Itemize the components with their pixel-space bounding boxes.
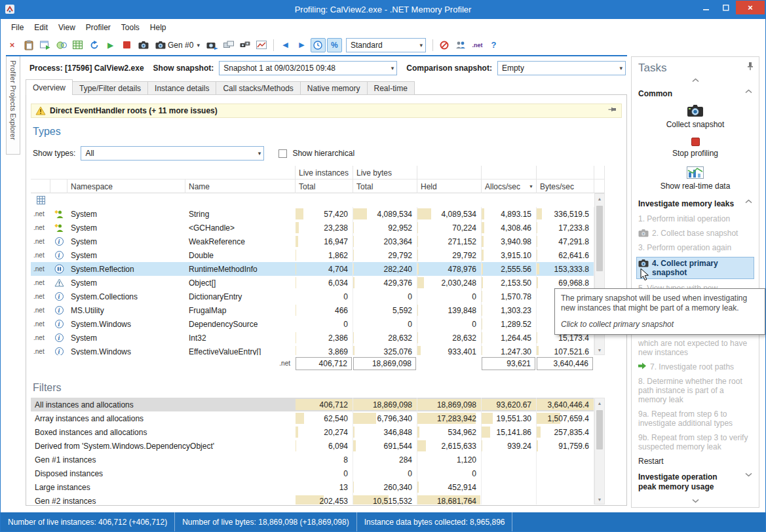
import-table-button[interactable]: [70, 38, 85, 52]
dotnet-button[interactable]: .net: [470, 38, 485, 52]
task-item-restart[interactable]: Restart: [638, 457, 752, 466]
types-row[interactable]: .netSystem<GCHandle>23,23892,95270,2244,…: [31, 221, 594, 235]
types-row[interactable]: .netSystem.ReflectionRuntimeMethodInfo4,…: [31, 262, 594, 276]
menu-profiler[interactable]: Profiler: [81, 21, 116, 34]
types-row[interactable]: .netiSystem.WindowsDependencySource0001,…: [31, 317, 594, 331]
task-item-collect-snapshot[interactable]: Collect snapshot: [638, 104, 752, 129]
column-header-namespace[interactable]: Namespace: [67, 180, 185, 193]
tab-overview[interactable]: Overview: [26, 79, 73, 95]
session-timer-button[interactable]: [311, 38, 326, 52]
show-hierarchical-checkbox[interactable]: [278, 149, 287, 158]
value-cell: 4,704: [296, 262, 353, 276]
tasks-scroll-up[interactable]: [632, 75, 759, 83]
profiler-projects-explorer-tab[interactable]: Profiler Projects Explorer: [6, 56, 20, 155]
back-button[interactable]: ◀: [278, 38, 293, 52]
types-row[interactable]: .netSystemObject[]6,034429,3762,030,2482…: [31, 276, 594, 290]
column-header-total[interactable]: Total: [296, 180, 353, 193]
vertical-scrollbar[interactable]: ▲▼: [594, 398, 605, 504]
forward-button[interactable]: ▶: [294, 38, 309, 52]
task-item-stop-profiling[interactable]: Stop profiling: [638, 138, 752, 158]
section-header-common[interactable]: Common: [638, 89, 752, 99]
pin-icon[interactable]: [746, 62, 754, 71]
filter-row[interactable]: Boxed instances and allocations20,274346…: [31, 425, 594, 439]
tasks-scroll-down[interactable]: [632, 499, 759, 503]
start-profiling-button[interactable]: ▶: [103, 38, 118, 52]
show-types-select[interactable]: All ▾: [81, 146, 264, 161]
filter-row[interactable]: Derived from 'System.Windows.DependencyO…: [31, 439, 594, 453]
menu-view[interactable]: View: [53, 21, 81, 34]
section-header-investigate-memory-leaks[interactable]: Investigate memory leaks: [638, 199, 752, 209]
column-header-bytes-sec[interactable]: Bytes/sec: [537, 180, 594, 193]
scroll-up-arrow[interactable]: ▲: [595, 194, 604, 203]
tab-native-memory[interactable]: Native memory: [301, 81, 368, 95]
profile-web-button[interactable]: [54, 38, 69, 52]
types-row[interactable]: .netiSystemDouble1,86229,79229,7923,915.…: [31, 248, 594, 262]
block-button[interactable]: [437, 38, 452, 52]
column-header-held[interactable]: Held: [417, 180, 482, 193]
menu-tools[interactable]: Tools: [116, 21, 145, 34]
graph-button[interactable]: [254, 38, 269, 52]
types-row[interactable]: .netiSystemInt322,38628,63228,6321,264.4…: [31, 331, 594, 345]
grid-icon[interactable]: [37, 196, 45, 204]
pin-icon[interactable]: [608, 107, 617, 115]
users-button[interactable]: [453, 38, 469, 52]
types-row[interactable]: .netiSystem.CollectionsDictionaryEntry00…: [31, 290, 594, 303]
refresh-button[interactable]: [86, 38, 102, 52]
delete-button[interactable]: ×: [5, 38, 20, 52]
value-cell: 3,640,446.4: [537, 398, 594, 411]
comparison-snapshot-select[interactable]: Empty ▾: [497, 61, 626, 75]
issues-banner[interactable]: Direct EventHandler roots (+ 11 more iss…: [31, 104, 622, 118]
compare-snapshots-button[interactable]: [221, 38, 237, 52]
scrollbar-thumb[interactable]: [596, 206, 603, 271]
section-header-investigate-operation-peak-memory-usage[interactable]: Investigate operation peak memory usage: [638, 472, 752, 492]
collect-snapshot-button[interactable]: [136, 38, 151, 52]
types-empty-row[interactable]: [31, 193, 594, 207]
run-exe-button[interactable]: [37, 38, 52, 52]
chevron-up-icon[interactable]: [745, 199, 752, 204]
scroll-down-arrow[interactable]: ▼: [595, 345, 604, 354]
task-item-show-real-time-data[interactable]: Show real-time data: [638, 166, 752, 191]
percent-button[interactable]: %: [327, 38, 342, 52]
scrollbar-thumb[interactable]: [596, 410, 603, 449]
chevron-down-icon[interactable]: [745, 472, 752, 477]
menu-help[interactable]: Help: [145, 21, 172, 34]
tab-instance-details[interactable]: Instance details: [148, 81, 216, 95]
types-row[interactable]: .netiSystemWeakReference16,947203,364271…: [31, 235, 594, 248]
column-header-name[interactable]: Name: [185, 180, 296, 193]
filter-row[interactable]: Array instances and allocations62,5406,7…: [31, 411, 594, 425]
snapshot-pair-button[interactable]: [238, 38, 253, 52]
maximize-button[interactable]: [716, 1, 736, 14]
help-button[interactable]: ?: [486, 38, 501, 52]
value-text: 3,640,446.4: [548, 400, 589, 409]
task-item-4-collect-primary-snapshot[interactable]: 4. Collect primary snapshot: [637, 257, 754, 278]
types-row[interactable]: .netiSystem.WindowsEffectiveValueEntry[]…: [31, 345, 594, 355]
types-row[interactable]: .netSystemString57,4204,089,5344,089,534…: [31, 207, 594, 221]
filter-name-cell: Disposed instances: [31, 466, 296, 480]
filter-row[interactable]: Gen #1 instances82841,120: [31, 453, 594, 466]
tab-type-filter-details[interactable]: Type/Filter details: [73, 81, 148, 95]
filter-row[interactable]: Large instances13260,340452,914: [31, 480, 594, 494]
tab-call-stacks-methods[interactable]: Call stacks/Methods: [216, 81, 300, 95]
filter-row[interactable]: Disposed instances000: [31, 466, 594, 480]
tab-real-time[interactable]: Real-time: [368, 81, 415, 95]
filter-row[interactable]: Gen #2 instances202,45310,515,53218,681,…: [31, 494, 594, 504]
preset-select[interactable]: Standard▾: [346, 38, 426, 52]
types-row[interactable]: .netiMS.UtilityFrugalMap4665,592139,8481…: [31, 303, 594, 317]
start-profiling-icon: ▶: [107, 41, 113, 50]
snapshot-arrow-button[interactable]: [204, 38, 220, 52]
close-button[interactable]: ×: [736, 1, 765, 14]
minimize-button[interactable]: [697, 1, 716, 14]
menu-edit[interactable]: Edit: [29, 21, 53, 34]
paste-button[interactable]: [21, 38, 36, 52]
column-header-allocs-sec[interactable]: Allocs/sec▼: [482, 180, 537, 193]
chevron-up-icon[interactable]: [745, 89, 752, 94]
column-header-total[interactable]: Total: [353, 180, 417, 193]
scroll-down-arrow[interactable]: ▼: [595, 495, 604, 504]
scroll-up-arrow[interactable]: ▲: [595, 398, 604, 408]
filter-row[interactable]: All instances and allocations406,71218,8…: [31, 398, 594, 411]
show-snapshot-select[interactable]: Snapshot 1 at 09/03/2015 09:48 ▾: [219, 61, 397, 75]
stop-profiling-button[interactable]: [119, 38, 134, 52]
collect-gen0-snapshot-button[interactable]: Gen #0▾: [152, 38, 203, 52]
menu-file[interactable]: File: [6, 21, 29, 34]
value-cell: 6,796,340: [353, 411, 417, 425]
